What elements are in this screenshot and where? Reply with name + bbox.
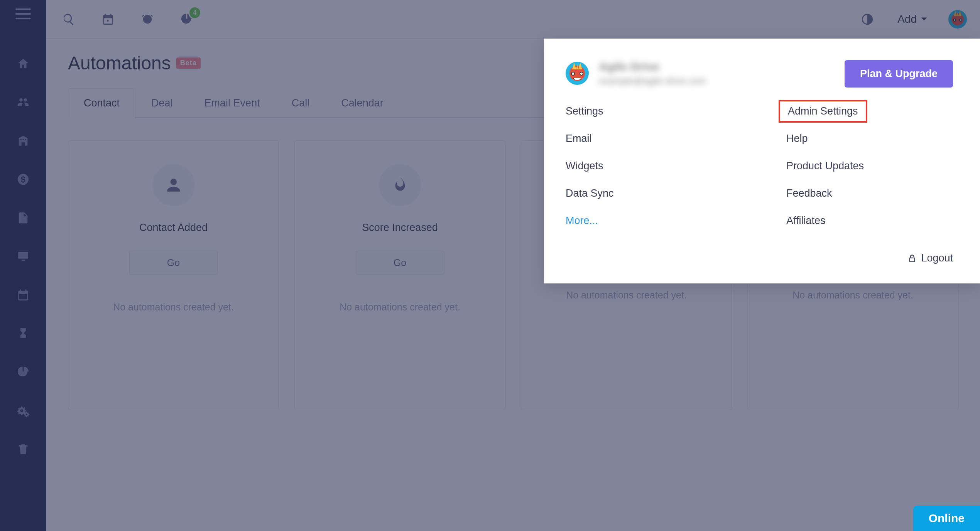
svg-rect-1 <box>910 258 915 261</box>
user-menu-panel: Agile Drive example@agile-drive.com Plan… <box>544 39 980 283</box>
menu-link-help[interactable]: Help <box>786 130 953 147</box>
user-name: Agile Drive <box>599 60 706 73</box>
plan-upgrade-button[interactable]: Plan & Upgrade <box>845 60 953 88</box>
user-menu-right-column: Admin SettingsHelpProduct UpdatesFeedbac… <box>786 103 953 229</box>
menu-link-feedback[interactable]: Feedback <box>786 185 953 202</box>
menu-link-email[interactable]: Email <box>566 130 732 147</box>
menu-link-data-sync[interactable]: Data Sync <box>566 185 732 202</box>
menu-link-more[interactable]: More... <box>566 212 732 229</box>
logout-link[interactable]: Logout <box>566 252 953 264</box>
user-menu-header: Agile Drive example@agile-drive.com Plan… <box>566 60 953 88</box>
menu-link-affiliates[interactable]: Affiliates <box>786 212 953 229</box>
user-menu-left-column: SettingsEmailWidgetsData SyncMore... <box>566 103 732 229</box>
user-info: Agile Drive example@agile-drive.com <box>566 60 706 86</box>
logout-label: Logout <box>921 252 953 264</box>
menu-link-widgets[interactable]: Widgets <box>566 158 732 174</box>
user-menu-columns: SettingsEmailWidgetsData SyncMore... Adm… <box>566 103 953 229</box>
user-email: example@agile-drive.com <box>599 76 706 86</box>
menu-link-admin-settings[interactable]: Admin Settings <box>779 100 867 123</box>
menu-link-product-updates[interactable]: Product Updates <box>786 158 953 174</box>
lock-icon <box>907 253 917 263</box>
online-indicator[interactable]: Online <box>913 506 980 531</box>
user-text: Agile Drive example@agile-drive.com <box>599 60 706 86</box>
menu-link-settings[interactable]: Settings <box>566 103 732 120</box>
user-avatar <box>566 62 589 85</box>
